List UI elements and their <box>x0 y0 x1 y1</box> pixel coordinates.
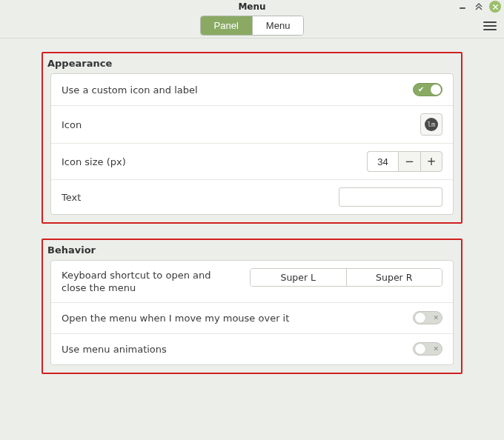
window-title: Menu <box>238 1 265 12</box>
behavior-legend: Behavior <box>43 240 461 260</box>
text-label: Text <box>62 192 339 203</box>
tab-panel[interactable]: Panel <box>201 16 252 35</box>
icon-size-label: Icon size (px) <box>62 156 367 167</box>
row-icon: Icon lm <box>51 105 453 143</box>
behavior-group: Behavior Keyboard shortcut to open and c… <box>42 239 462 374</box>
view-toggle: Panel Menu <box>200 16 305 36</box>
row-hover-open: Open the menu when I move my mouse over … <box>51 302 453 333</box>
appearance-group: Appearance Use a custom icon and label ✔… <box>42 52 462 224</box>
icon-size-stepper: − + <box>367 151 442 172</box>
shortcut-label: Keyboard shortcut to open and close the … <box>62 268 232 295</box>
behavior-panel: Keyboard shortcut to open and close the … <box>50 260 454 365</box>
shortcut-right[interactable]: Super R <box>346 269 442 286</box>
icon-size-increment[interactable]: + <box>420 151 442 172</box>
row-icon-size: Icon size (px) − + <box>51 143 453 179</box>
row-text: Text <box>51 179 453 214</box>
shortcut-left[interactable]: Super L <box>251 269 346 286</box>
text-input[interactable] <box>339 187 442 207</box>
row-shortcut: Keyboard shortcut to open and close the … <box>51 261 453 302</box>
animations-toggle[interactable]: ✕ <box>413 342 442 356</box>
custom-icon-label: Use a custom icon and label <box>62 84 413 96</box>
x-icon: ✕ <box>433 314 439 321</box>
maximize-button[interactable] <box>473 1 485 13</box>
custom-icon-toggle[interactable]: ✔ <box>413 83 442 96</box>
icon-size-input[interactable] <box>367 151 398 172</box>
mint-logo-icon: lm <box>425 118 438 131</box>
appearance-panel: Use a custom icon and label ✔ Icon lm <box>50 73 454 215</box>
minimize-button[interactable] <box>457 1 468 13</box>
titlebar: Menu <box>0 0 504 13</box>
toolbar: Panel Menu <box>0 13 504 39</box>
icon-label: Icon <box>62 119 420 130</box>
hamburger-menu-icon[interactable] <box>483 19 497 33</box>
hover-open-toggle[interactable]: ✕ <box>413 311 442 324</box>
close-button[interactable] <box>489 1 501 13</box>
row-animations: Use menu animations ✕ <box>51 333 453 364</box>
appearance-legend: Appearance <box>43 53 461 73</box>
icon-chooser-button[interactable]: lm <box>420 113 442 136</box>
hover-open-label: Open the menu when I move my mouse over … <box>62 313 413 324</box>
icon-size-decrement[interactable]: − <box>398 151 420 172</box>
animations-label: Use menu animations <box>62 344 413 355</box>
check-icon: ✔ <box>418 85 424 93</box>
shortcut-selector: Super L Super R <box>250 268 442 287</box>
tab-menu[interactable]: Menu <box>252 16 304 35</box>
row-custom-icon: Use a custom icon and label ✔ <box>51 74 453 105</box>
x-icon: ✕ <box>433 345 439 353</box>
content: Appearance Use a custom icon and label ✔… <box>0 39 504 374</box>
window-controls <box>457 1 501 13</box>
